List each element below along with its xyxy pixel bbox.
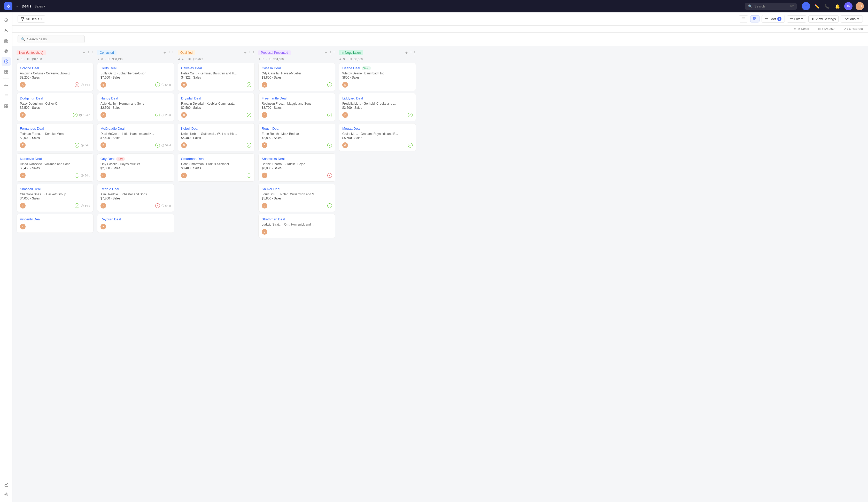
notification-bell-icon[interactable]: 🔔: [834, 2, 841, 10]
deal-card[interactable]: Gerts Deal Buffy Gertz · Schamberger-Ols…: [97, 63, 174, 91]
card-time: 25 d: [162, 113, 171, 116]
card-person: Hinda Ivancevic · Volkman and Sons: [20, 162, 90, 166]
phone-icon[interactable]: 📞: [824, 2, 831, 10]
deals-search-input[interactable]: [27, 37, 81, 41]
sidebar-item-settings[interactable]: [1, 490, 11, 499]
column-amount: $15,622: [193, 58, 203, 61]
column-proposal: Proposal Presented + ⋮⋮ # 6 · ⊞ $34,590 …: [258, 50, 336, 502]
sidebar-item-products[interactable]: [1, 67, 11, 76]
actions-button[interactable]: Actions ▾: [840, 15, 863, 23]
column-title-proposal: Proposal Presented: [258, 50, 291, 55]
deal-card[interactable]: Mouatt Deal Giulio Mo... · Graham, Reyno…: [339, 123, 416, 151]
filters-button[interactable]: Filters: [787, 15, 806, 23]
column-qualified: Qualified + ⋮⋮ # 4 · ⊞ $15,622 Calveley …: [178, 50, 255, 502]
search-icon: 🔍: [21, 37, 25, 41]
svg-point-12: [6, 51, 7, 51]
deal-card[interactable]: Ivancevic Deal Hinda Ivancevic · Volkman…: [17, 153, 94, 182]
dropdown-arrow-icon: ▾: [41, 18, 42, 20]
all-deals-filter[interactable]: All Deals ▾: [18, 15, 45, 23]
app-logo[interactable]: [4, 2, 12, 10]
sidebar-item-charts[interactable]: [1, 480, 11, 490]
card-check-icon: ✓: [75, 203, 79, 208]
card-avatars: V: [20, 224, 25, 229]
card-person: Chantalle Snas... · Hackett Group: [20, 193, 90, 196]
avatar: W: [342, 82, 348, 88]
user-avatar-secondary[interactable]: TP: [844, 2, 852, 10]
kanban-view-button[interactable]: [750, 15, 760, 22]
deal-card[interactable]: Deane DealWon Whitby Deane · Baumbach In…: [339, 63, 416, 91]
card-footer: F ✓: [342, 112, 413, 118]
column-add-contacted[interactable]: +: [164, 50, 166, 55]
deal-card[interactable]: Snashall Deal Chantalle Snas... · Hacket…: [17, 184, 94, 212]
edit-icon[interactable]: ✏️: [813, 2, 820, 10]
deal-card[interactable]: Kebell Deal Nefen Keb... · Gutkowski, Wo…: [178, 123, 255, 151]
sidebar-item-activity[interactable]: [1, 81, 11, 90]
user-avatar-primary[interactable]: JD: [856, 2, 864, 10]
sidebar-item-home[interactable]: [1, 16, 11, 25]
svg-rect-15: [7, 70, 8, 72]
deal-card[interactable]: Hanby Deal Abie Hanby · Herman and Sons …: [97, 93, 174, 121]
card-title: Mouatt Deal: [342, 126, 413, 131]
card-title: Kebell Deal: [181, 126, 251, 131]
column-menu-proposal[interactable]: ⋮⋮: [329, 51, 336, 55]
card-title: Gerts Deal: [101, 66, 171, 70]
deal-card[interactable]: Rouch Deal Edee Rouch · Metz-Bednar $2,8…: [258, 123, 335, 151]
card-avatars: R: [181, 112, 187, 118]
list-view-button[interactable]: [739, 15, 748, 22]
header-left: All Deals ▾: [18, 15, 45, 23]
column-add-qualified[interactable]: +: [244, 50, 247, 55]
sidebar-item-reports[interactable]: [1, 36, 11, 45]
deal-card[interactable]: Calveley Deal Helsa Cal... · Kemmer, Bal…: [178, 63, 255, 91]
search-input[interactable]: [754, 4, 788, 8]
deal-card[interactable]: Reyburn Deal R: [97, 214, 174, 233]
view-settings-button[interactable]: View Settings: [808, 15, 839, 23]
deal-card[interactable]: Reddle Deal Aimil Reddle · Schaefer and …: [97, 184, 174, 212]
card-avatars: D: [101, 142, 106, 148]
card-amount: $7,600 · Sales: [101, 76, 171, 79]
deal-card[interactable]: Shuker Deal Lorry Shu... · Nolan, Willia…: [258, 184, 335, 212]
avatar: E: [262, 142, 267, 148]
sort-button[interactable]: Sort 1: [762, 15, 785, 23]
create-button[interactable]: +: [802, 2, 810, 10]
card-avatars: L: [262, 203, 267, 208]
card-footer: R ✓: [181, 112, 251, 118]
sidebar-item-more2[interactable]: [1, 102, 11, 111]
card-amount: $8,000 · Sales: [262, 166, 332, 170]
deal-card[interactable]: Colvine Deal Antonina Colvine · Corkery-…: [17, 63, 94, 91]
deals-count-stat: # 25 Deals: [794, 27, 809, 31]
sidebar-item-target[interactable]: [1, 47, 11, 56]
column-add-new[interactable]: +: [83, 50, 85, 55]
deal-card[interactable]: Orly DealLost Orly Casella · Hayes-Muell…: [97, 153, 174, 182]
deal-card[interactable]: Dodgshun Deal Patsy Dodgshun · Collier-O…: [17, 93, 94, 121]
column-menu-new[interactable]: ⋮⋮: [87, 51, 94, 55]
deal-card[interactable]: Strathman Deal Ludwig Strat... · Orn, Ho…: [258, 214, 335, 238]
deal-card[interactable]: Vincenty Deal V: [17, 214, 94, 233]
grid-icon-small: ⊞: [188, 57, 191, 61]
column-menu-contacted[interactable]: ⋮⋮: [167, 51, 175, 55]
column-stats-contacted: # 6 · ⊞ $30,190: [97, 57, 175, 61]
column-menu-negotiation[interactable]: ⋮⋮: [409, 51, 416, 55]
global-search[interactable]: 🔍 ⌘/: [745, 3, 797, 10]
card-check-icon: ✓: [327, 113, 332, 117]
column-add-proposal[interactable]: +: [325, 50, 327, 55]
deal-card[interactable]: Casella Deal Orly Casella · Hayes-Muelle…: [258, 63, 335, 91]
sales-dropdown[interactable]: Sales ▾: [34, 4, 46, 8]
card-amount: $7,690 · Sales: [101, 136, 171, 140]
deal-card[interactable]: McCreadie Deal Dosi McCre... · Little, H…: [97, 123, 174, 151]
column-add-negotiation[interactable]: +: [405, 50, 408, 55]
deal-card[interactable]: Freemantle Deal Robinson Free... · Maggi…: [258, 93, 335, 121]
search-input-wrapper[interactable]: 🔍: [18, 35, 85, 43]
card-title: Colvine Deal: [20, 66, 90, 70]
deal-card[interactable]: Liddyard Deal Fredelia Lid... · Gerhold,…: [339, 93, 416, 121]
deal-card[interactable]: Sharrocks Deal Barthel Sharro... · Russe…: [258, 153, 335, 182]
deal-card[interactable]: Drysdall Deal Raeann Drysdall · Keebler-…: [178, 93, 255, 121]
sidebar-item-more1[interactable]: [1, 91, 11, 101]
card-footer: P ✓ 124 d: [20, 112, 90, 118]
column-menu-qualified[interactable]: ⋮⋮: [248, 51, 255, 55]
sidebar-item-deals[interactable]: [1, 57, 11, 66]
deal-card[interactable]: Fernandes Deal Tedman Ferna... · Kerluke…: [17, 123, 94, 151]
deal-card[interactable]: Smartman Deal Conn Smartman · Brakus-Sch…: [178, 153, 255, 182]
card-amount: $2,500 · Sales: [181, 106, 251, 110]
sidebar-item-contacts[interactable]: [1, 26, 11, 35]
column-title-negotiation: In Negotiation: [339, 50, 363, 55]
